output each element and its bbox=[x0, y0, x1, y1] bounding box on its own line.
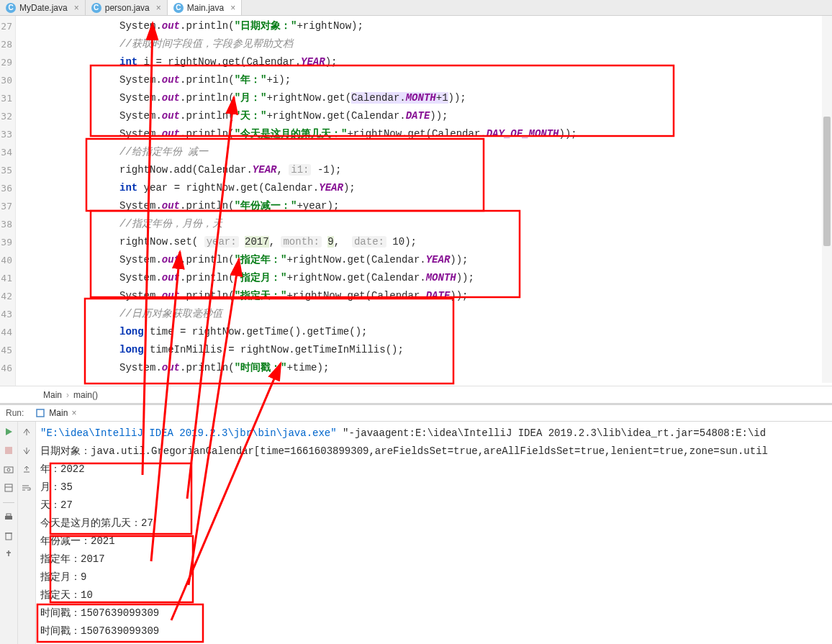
run-tab-label: Main bbox=[49, 408, 68, 418]
layout-icon[interactable] bbox=[3, 482, 14, 494]
code-line[interactable]: System.out.println("指定年："+rightNow.get(C… bbox=[19, 251, 832, 269]
tab-mydate[interactable]: C MyDate.java × bbox=[0, 0, 86, 15]
editor-scrollbar[interactable] bbox=[822, 16, 832, 383]
svg-marker-1 bbox=[6, 428, 12, 435]
code-line[interactable]: long timeInMillis = rightNow.getTimeInMi… bbox=[19, 341, 832, 359]
console-line: "E:\idea\IntelliJ IDEA 2019.2.3\jbr\bin\… bbox=[40, 425, 828, 443]
class-icon: C bbox=[173, 3, 184, 13]
code-line[interactable]: System.out.println("日期对象："+rightNow); bbox=[19, 17, 832, 35]
tab-label: MyDate.java bbox=[19, 3, 68, 13]
console-line: 年：2022 bbox=[40, 461, 828, 479]
svg-rect-7 bbox=[5, 516, 12, 520]
breadcrumb: Main › main() bbox=[0, 386, 832, 403]
export-icon[interactable] bbox=[21, 463, 32, 475]
svg-rect-2 bbox=[5, 447, 12, 454]
stop-icon[interactable] bbox=[3, 445, 14, 456]
code-line[interactable]: rightNow.add(Calendar.YEAR, i1: -1); bbox=[19, 161, 832, 179]
breadcrumb-method[interactable]: main() bbox=[73, 390, 98, 400]
tab-person[interactable]: C person.java × bbox=[86, 0, 168, 15]
down-arrow-icon[interactable] bbox=[21, 445, 32, 456]
code-line[interactable]: System.out.println("天："+rightNow.get(Cal… bbox=[19, 107, 832, 125]
editor-area: 2728293031323334353637383940414243444546… bbox=[0, 16, 832, 386]
svg-rect-3 bbox=[4, 467, 13, 473]
console-line: 日期对象：java.util.GregorianCalendar[time=16… bbox=[40, 443, 828, 461]
svg-rect-5 bbox=[5, 484, 12, 491]
svg-rect-8 bbox=[6, 514, 11, 516]
run-tab[interactable]: Main × bbox=[30, 408, 82, 418]
code-line[interactable]: //获取时间字段值，字段参见帮助文档 bbox=[19, 35, 832, 53]
code-line[interactable]: System.out.println("月："+rightNow.get(Cal… bbox=[19, 89, 832, 107]
run-body: "E:\idea\IntelliJ IDEA 2019.2.3\jbr\bin\… bbox=[0, 422, 832, 644]
console-line: 年份减一：2021 bbox=[40, 532, 828, 550]
code-line[interactable]: int i = rightNow.get(Calendar.YEAR); bbox=[19, 53, 832, 71]
trash-icon[interactable] bbox=[3, 530, 14, 542]
console-line: 月：35 bbox=[40, 479, 828, 496]
code-line[interactable]: //指定年份，月份，天 bbox=[19, 215, 832, 233]
run-toolbar-left2 bbox=[18, 422, 36, 644]
run-config-icon bbox=[35, 408, 45, 418]
class-icon: C bbox=[91, 3, 101, 13]
pin-icon[interactable] bbox=[3, 549, 14, 561]
line-gutter: 2728293031323334353637383940414243444546 bbox=[0, 16, 16, 386]
code-editor[interactable]: System.out.println("日期对象："+rightNow);//获… bbox=[16, 16, 832, 386]
code-line[interactable]: int year = rightNow.get(Calendar.YEAR); bbox=[19, 179, 832, 197]
console-line: 时间戳：1507639099309 bbox=[40, 604, 828, 622]
up-arrow-icon[interactable] bbox=[21, 426, 32, 437]
tab-label: person.java bbox=[105, 3, 150, 13]
run-label: Run: bbox=[0, 408, 30, 418]
tab-main[interactable]: C Main.java × bbox=[168, 0, 242, 15]
code-line[interactable]: //日历对象获取毫秒值 bbox=[19, 305, 832, 323]
console-line: 指定年：2017 bbox=[40, 550, 828, 568]
code-line[interactable]: //给指定年份 减一 bbox=[19, 143, 832, 161]
breadcrumb-class[interactable]: Main bbox=[43, 390, 62, 400]
wrap-icon[interactable] bbox=[21, 482, 32, 494]
run-panel: Run: Main × bbox=[0, 403, 832, 644]
console-line: 天：27 bbox=[40, 496, 828, 514]
close-icon[interactable]: × bbox=[71, 408, 76, 418]
svg-rect-0 bbox=[37, 409, 44, 417]
code-line[interactable]: rightNow.set( year: 2017, month: 9, date… bbox=[19, 233, 832, 251]
code-line[interactable]: System.out.println("指定天："+rightNow.get(C… bbox=[19, 287, 832, 305]
console-line: 时间戳：1507639099309 bbox=[40, 622, 828, 640]
code-line[interactable]: System.out.println("指定月："+rightNow.get(C… bbox=[19, 269, 832, 287]
code-line[interactable]: System.out.println("时间戳："+time); bbox=[19, 359, 832, 377]
console-line: 今天是这月的第几天：27 bbox=[40, 514, 828, 532]
chevron-right-icon: › bbox=[66, 390, 69, 400]
tab-label: Main.java bbox=[187, 3, 224, 13]
console-line: 指定天：10 bbox=[40, 586, 828, 604]
run-header: Run: Main × bbox=[0, 405, 832, 422]
print-icon[interactable] bbox=[3, 512, 14, 523]
close-icon[interactable]: × bbox=[156, 3, 161, 13]
run-toolbar-left bbox=[0, 422, 18, 644]
play-icon[interactable] bbox=[3, 426, 14, 437]
scrollbar-thumb[interactable] bbox=[823, 117, 831, 246]
code-line[interactable]: System.out.println("年："+i); bbox=[19, 71, 832, 89]
code-line[interactable]: System.out.println("今天是这月的第几天："+rightNow… bbox=[19, 125, 832, 143]
svg-point-4 bbox=[7, 468, 10, 471]
close-icon[interactable]: × bbox=[74, 3, 79, 13]
code-line[interactable]: long time = rightNow.getTime().getTime()… bbox=[19, 323, 832, 341]
close-icon[interactable]: × bbox=[230, 3, 235, 13]
console-output[interactable]: "E:\idea\IntelliJ IDEA 2019.2.3\jbr\bin\… bbox=[36, 422, 832, 644]
camera-icon[interactable] bbox=[3, 463, 14, 475]
editor-tabs: C MyDate.java × C person.java × C Main.j… bbox=[0, 0, 832, 16]
code-line[interactable]: System.out.println("年份减一："+year); bbox=[19, 197, 832, 215]
svg-rect-9 bbox=[6, 533, 12, 540]
class-icon: C bbox=[6, 3, 16, 13]
app-root: C MyDate.java × C person.java × C Main.j… bbox=[0, 0, 832, 644]
console-line: 指定月：9 bbox=[40, 568, 828, 586]
